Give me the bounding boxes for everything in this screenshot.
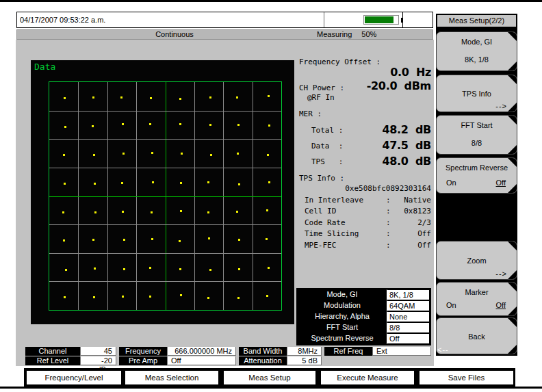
constellation-dot — [149, 296, 151, 298]
tps-row-label: Code Rate — [305, 218, 386, 227]
constellation-dot — [151, 152, 153, 154]
softkey-zoom[interactable]: Zoom--> — [436, 241, 517, 280]
constellation-dot — [180, 210, 182, 212]
constellation-dot — [94, 267, 96, 270]
mer-label: MER : — [299, 109, 431, 118]
function-key-save-files[interactable]: Save Files — [418, 369, 515, 386]
datetime-text: 04/17/2007 09:53:22 a.m. — [20, 12, 105, 27]
grid-line — [49, 196, 281, 197]
constellation-dot — [237, 153, 239, 155]
constellation-dot — [179, 240, 181, 242]
constellation-dot — [207, 297, 209, 299]
constellation-dot — [65, 269, 67, 271]
constellation-dot — [92, 96, 94, 99]
mer-row-value: 48.2 dB — [299, 123, 431, 136]
settings-label-cell: Modulation — [298, 300, 387, 311]
tps-info-value: 0xe508bfc0892303164 — [299, 184, 431, 193]
param-value: -20 dBm — [80, 356, 116, 365]
softkey-mode-gi[interactable]: Mode, GI8K, 1/8 — [436, 31, 517, 71]
grid-line — [49, 139, 281, 140]
constellation-dot — [266, 295, 268, 297]
function-key-meas-selection[interactable]: Meas Selection — [124, 369, 220, 386]
settings-label-cell: Mode, GI — [298, 289, 387, 300]
constellation-dot — [64, 97, 66, 99]
settings-table-row: Mode, GI8K, 1/8 — [298, 289, 430, 300]
softkey-tps-info[interactable]: TPS Info--> — [436, 75, 517, 112]
softkey-marker[interactable]: MarkerOnOff — [436, 282, 517, 316]
tps-row-label: In Interleave — [305, 196, 386, 205]
constellation-dot — [268, 95, 270, 97]
constellation-dot — [122, 211, 124, 213]
tps-detail-row: MPE-FEC:Off — [305, 241, 431, 250]
constellation-dot — [122, 123, 124, 125]
settings-table-row: Modulation64QAM — [298, 300, 430, 311]
param-label: Frequency — [119, 347, 167, 356]
softkey-value: 8K, 1/8 — [437, 55, 517, 64]
settings-label-cell: Spectrum Reverse — [298, 333, 387, 344]
settings-summary-table: Mode, GI8K, 1/8Modulation64QAMHierarchy,… — [296, 288, 431, 345]
mer-row-value: 47.5 dB — [299, 139, 431, 152]
title-bar: 04/17/2007 09:53:22 a.m. — [16, 12, 433, 28]
constellation-dot — [237, 124, 240, 126]
constellation-dot — [179, 123, 181, 125]
softkey-fft-start[interactable]: FFT Start8/8 — [436, 115, 517, 155]
constellation-dot — [123, 239, 125, 241]
toggle-on-option[interactable]: On — [446, 179, 456, 187]
toggle-off-option[interactable]: Off — [496, 179, 506, 187]
param-value: 8MHz — [287, 347, 322, 356]
constellation-dot — [64, 126, 66, 128]
tps-row-value: Off — [393, 241, 431, 250]
toggle-off-option[interactable]: Off — [496, 301, 506, 309]
tps-detail-row: In Interleave:Native — [305, 196, 431, 205]
constellation-dot — [92, 239, 94, 241]
battery-icon — [363, 15, 399, 25]
settings-table-row: FFT Start8/8 — [298, 322, 430, 333]
constellation-dot — [210, 154, 212, 156]
param-value: 5 dB — [287, 356, 322, 365]
constellation-dot — [152, 181, 154, 183]
param-label: Ref Level — [25, 356, 80, 365]
softkey-label: Marker — [437, 288, 517, 296]
constellation-dot — [238, 268, 240, 270]
constellation-dot — [209, 96, 211, 99]
param-label: Ref Freq — [324, 347, 372, 356]
frequency-offset-value: 0.0 Hz — [299, 66, 431, 79]
parameter-row-2: Ref Level-20 dBmPre AmpOffAttenuation5 d… — [25, 356, 322, 365]
constellation-dot — [63, 239, 65, 241]
tps-detail-row: Code Rate:2/3 — [305, 218, 431, 227]
parameter-row-1: Channel45Frequency666.000000 MHzBand Wid… — [25, 347, 431, 356]
constellation-dot — [207, 181, 209, 183]
tps-row-value: Off — [393, 229, 431, 238]
constellation-dot — [180, 294, 182, 296]
back-arrow-icon: <-- — [437, 345, 449, 354]
function-key-execute-measure[interactable]: Execute Measure — [320, 369, 415, 386]
constellation-dot — [236, 96, 238, 99]
constellation-title: Data — [34, 62, 55, 72]
constellation-dot — [179, 268, 181, 270]
function-key-frequency-level[interactable]: Frequency/Level — [25, 369, 122, 386]
top-border-line — [0, 0, 542, 2]
function-key-meas-setup[interactable]: Meas Setup — [222, 369, 317, 386]
submenu-arrow-icon: --> — [495, 102, 507, 110]
settings-table-row: Hierarchy, AlphaNone — [298, 311, 430, 322]
constellation-dot — [267, 154, 269, 156]
constellation-dot — [122, 296, 124, 298]
status-bar: Continuous Measuring50% — [16, 29, 433, 40]
softkey-column: Mode, GI8K, 1/8TPS Info-->FFT Start8/8Sp… — [436, 28, 517, 356]
constellation-dot — [122, 153, 125, 155]
grid-line — [49, 253, 281, 254]
tps-detail-row: Time Slicing:Off — [305, 229, 431, 238]
constellation-dot — [181, 153, 183, 155]
constellation-dot — [63, 154, 65, 156]
param-label: Band Width — [239, 347, 287, 356]
measuring-label: Measuring — [317, 30, 352, 38]
constellation-dot — [151, 238, 153, 240]
param-label: Attenuation — [239, 356, 287, 365]
constellation-dot — [266, 238, 268, 240]
settings-value-cell: 64QAM — [387, 300, 430, 311]
measurement-readout: Frequency Offset : 0.0 Hz CH Power : -20… — [299, 55, 431, 260]
param-label: Channel — [25, 347, 80, 356]
toggle-on-option[interactable]: On — [446, 301, 456, 309]
constellation-dot — [120, 96, 122, 99]
softkey-spectrum-reverse[interactable]: Spectrum ReverseOnOff — [436, 157, 517, 194]
